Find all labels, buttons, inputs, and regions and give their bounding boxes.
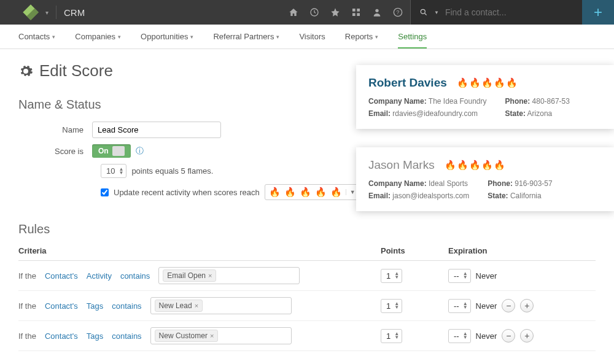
remove-tag-icon[interactable]: × <box>208 272 212 279</box>
remove-tag-icon[interactable]: × <box>195 302 198 309</box>
flame-icon: 🔥 <box>269 187 281 198</box>
svg-point-8 <box>421 9 425 14</box>
rule-row: If the Contact's Tags contains New Custo… <box>18 321 596 351</box>
rule-value-input[interactable]: New Lead× <box>150 297 292 314</box>
chevron-down-icon: ▾ <box>190 34 193 40</box>
rules-section: Rules Criteria Points Expiration If the … <box>18 222 596 351</box>
rule-value-input[interactable]: Email Open× <box>158 267 300 284</box>
email-value: rdavies@ideafoundry.com <box>392 109 478 118</box>
svg-rect-1 <box>352 9 356 12</box>
rule-op[interactable]: contains <box>112 301 141 311</box>
flame-icon: 🔥 <box>506 77 518 88</box>
rule-entity[interactable]: Contact's <box>45 271 78 281</box>
contact-card: Jason Marks 🔥🔥🔥🔥🔥 Company Name: Ideal Sp… <box>356 147 614 211</box>
tag-pill[interactable]: Email Open× <box>163 269 216 282</box>
rule-field[interactable]: Tags <box>87 331 103 341</box>
user-icon[interactable] <box>372 7 382 17</box>
chevron-down-icon: ▾ <box>118 34 121 40</box>
score-toggle[interactable]: On <box>92 144 131 158</box>
never-label: Never <box>476 331 497 341</box>
rule-value-input[interactable]: New Customer× <box>150 327 292 344</box>
flame-threshold-select[interactable]: 🔥 🔥 🔥 🔥 🔥 ▼ <box>265 184 360 200</box>
flame-icon: 🔥 <box>445 160 456 171</box>
company-value: Ideal Sports <box>429 179 468 188</box>
add-button[interactable]: + <box>582 0 614 25</box>
company-value: The Idea Foundry <box>429 97 487 106</box>
flame-icon: 🔥 <box>469 160 481 171</box>
topbar: ▾ CRM ? ▼ + <box>0 0 614 25</box>
expiration-spinner[interactable]: --▲▼ <box>448 299 471 313</box>
contact-name[interactable]: Robert Davies <box>368 76 447 90</box>
app-logo[interactable] <box>18 0 43 25</box>
expiration-spinner[interactable]: --▲▼ <box>448 269 471 283</box>
rule-field[interactable]: Activity <box>87 271 112 281</box>
flame-icon: 🔥 <box>494 77 505 88</box>
nav-opportunities[interactable]: Opportunities▾ <box>141 32 193 41</box>
never-label: Never <box>476 271 497 281</box>
flame-icon: 🔥 <box>469 77 481 88</box>
flame-icon: 🔥 <box>330 187 342 198</box>
flame-icon: 🔥 <box>494 160 505 171</box>
help-icon[interactable]: ? <box>393 7 403 17</box>
name-input[interactable] <box>92 122 221 138</box>
col-criteria: Criteria <box>18 246 381 255</box>
rule-entity[interactable]: Contact's <box>45 301 78 311</box>
svg-rect-3 <box>352 13 356 16</box>
points-text: points equals 5 flames. <box>131 166 213 176</box>
phone-value: 916-903-57 <box>515 179 552 188</box>
update-activity-checkbox[interactable] <box>101 188 109 196</box>
grid-icon[interactable] <box>351 7 361 17</box>
home-icon[interactable] <box>289 7 298 17</box>
rule-op[interactable]: contains <box>120 271 150 281</box>
state-value: Arizona <box>527 109 553 118</box>
divider <box>56 6 56 19</box>
remove-tag-icon[interactable]: × <box>210 332 214 339</box>
chevron-down-icon: ▾ <box>375 34 378 40</box>
nav-referral-partners[interactable]: Referral Partners▾ <box>213 32 279 41</box>
remove-rule-button[interactable]: − <box>502 299 515 312</box>
chevron-down-icon: ▾ <box>276 34 279 40</box>
add-rule-button[interactable]: + <box>520 299 534 312</box>
remove-rule-button[interactable]: − <box>502 329 515 343</box>
section-rules: Rules <box>18 222 596 236</box>
rule-field[interactable]: Tags <box>87 301 103 311</box>
email-value: jason@idealsports.com <box>392 192 469 200</box>
app-name: CRM <box>64 7 85 18</box>
search-icon <box>419 8 428 17</box>
flame-score: 🔥🔥🔥🔥🔥 <box>457 77 518 88</box>
search-input[interactable] <box>445 7 573 17</box>
add-rule-button[interactable]: + <box>520 329 534 343</box>
search-dropdown-icon[interactable]: ▼ <box>434 10 439 15</box>
nav-visitors[interactable]: Visitors <box>299 32 325 41</box>
search-box[interactable]: ▼ <box>410 0 582 25</box>
points-spinner[interactable]: 1▲▼ <box>381 329 402 343</box>
rule-op[interactable]: contains <box>112 331 141 341</box>
flame-icon: 🔥 <box>457 160 468 171</box>
app-switcher-chevron-icon[interactable]: ▾ <box>45 9 49 16</box>
nav-reports[interactable]: Reports▾ <box>345 32 379 41</box>
chevron-down-icon: ▼ <box>346 189 356 195</box>
rule-entity[interactable]: Contact's <box>45 331 78 341</box>
tag-pill[interactable]: New Customer× <box>155 330 219 342</box>
nav-settings[interactable]: Settings <box>398 32 427 48</box>
help-icon[interactable]: ⓘ <box>136 145 144 157</box>
top-icons: ? <box>289 7 410 17</box>
points-spinner[interactable]: 1▲▼ <box>381 299 402 313</box>
contact-name[interactable]: Jason Marks <box>368 158 435 172</box>
tag-pill[interactable]: New Lead× <box>155 300 203 312</box>
col-points: Points <box>381 246 448 255</box>
chevron-down-icon: ▾ <box>52 34 55 40</box>
flame-icon: 🔥 <box>315 187 327 198</box>
score-is-label: Score is <box>18 147 92 156</box>
points-spinner[interactable]: 1▲▼ <box>381 269 402 283</box>
gear-icon <box>18 64 33 79</box>
clock-icon[interactable] <box>309 7 319 17</box>
never-label: Never <box>476 301 497 311</box>
svg-text:?: ? <box>397 9 400 15</box>
nav-contacts[interactable]: Contacts▾ <box>18 32 55 41</box>
expiration-spinner[interactable]: --▲▼ <box>448 329 471 343</box>
flame-icon: 🔥 <box>284 187 296 198</box>
points-spinner[interactable]: 10▲▼ <box>101 164 126 178</box>
nav-companies[interactable]: Companies▾ <box>75 32 121 41</box>
star-icon[interactable] <box>330 7 340 17</box>
